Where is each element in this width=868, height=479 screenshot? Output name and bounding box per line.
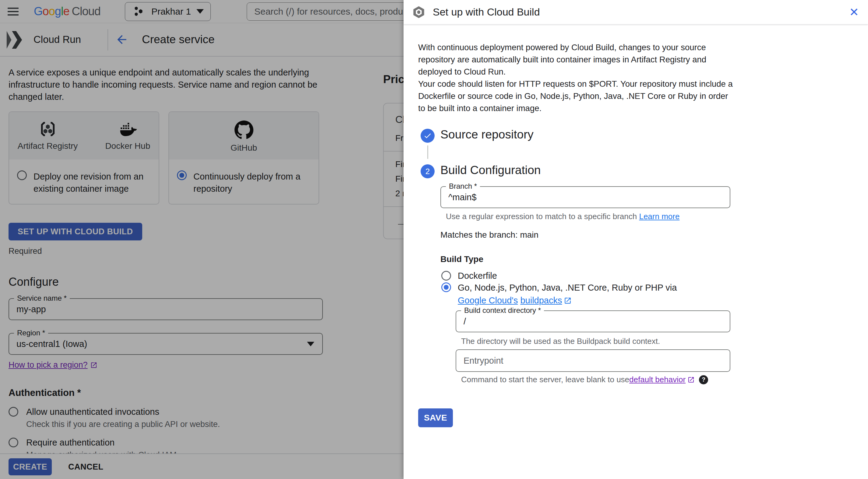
overlay-scrim[interactable] — [0, 0, 404, 479]
panel-header: Set up with Cloud Build ✕ — [404, 0, 868, 24]
build-type-heading: Build Type — [440, 254, 483, 264]
build-context-label: Build context directory * — [461, 306, 544, 315]
default-behavior-link[interactable]: default behavior — [629, 375, 686, 384]
save-button[interactable]: SAVE — [418, 408, 453, 427]
branch-helper: Use a regular expression to match to a s… — [446, 212, 680, 221]
entrypoint-field — [456, 349, 730, 372]
step1-title[interactable]: Source repository — [440, 128, 534, 141]
step1-check-circle — [421, 129, 435, 143]
build-context-helper: The directory will be used as the Buildp… — [461, 337, 660, 346]
radio-dockerfile[interactable] — [441, 271, 451, 281]
entrypoint-helper: Command to start the server, leave blank… — [461, 375, 708, 384]
app-root: GoogleCloud Prakhar 1 Cloud Run Create s… — [0, 0, 868, 479]
panel-title: Set up with Cloud Build — [433, 6, 540, 18]
step2-title: Build Configuration — [440, 163, 541, 177]
step-connector — [427, 145, 428, 159]
external-link-icon — [687, 376, 695, 383]
check-icon — [423, 132, 432, 140]
help-icon[interactable]: ? — [699, 375, 708, 384]
radio-buildpacks[interactable] — [441, 282, 451, 292]
buildpacks-option-text: Go, Node.js, Python, Java, .NET Core, Ru… — [458, 283, 677, 293]
buildpacks-link[interactable]: buildpacks — [520, 296, 562, 305]
option-label: Go, Node.js, Python, Java, .NET Core, Ru… — [458, 281, 706, 307]
panel-intro-paragraph: With continuous deployment powered by Cl… — [418, 41, 735, 78]
panel-body: With continuous deployment powered by Cl… — [404, 24, 868, 479]
close-icon[interactable]: ✕ — [849, 6, 859, 18]
cloud-build-icon — [412, 5, 426, 19]
panel-intro: With continuous deployment powered by Cl… — [418, 41, 735, 114]
option-label: Dockerfile — [458, 270, 497, 282]
branch-label: Branch * — [446, 182, 480, 191]
build-type-buildpacks[interactable]: Go, Node.js, Python, Java, .NET Core, Ru… — [441, 281, 706, 307]
branch-helper-text: Use a regular expression to match to a s… — [446, 212, 637, 221]
google-clouds-link[interactable]: Google Cloud's — [458, 296, 518, 305]
external-link-icon — [564, 297, 572, 305]
panel-intro-paragraph: Your code should listen for HTTP request… — [418, 78, 735, 114]
entrypoint-input[interactable] — [456, 350, 730, 371]
learn-more-link[interactable]: Learn more — [639, 212, 680, 221]
branch-field: Branch * — [440, 186, 730, 208]
entrypoint-helper-text: Command to start the server, leave blank… — [461, 375, 629, 384]
build-type-dockerfile[interactable]: Dockerfile — [441, 270, 497, 282]
step2-number-circle: 2 — [421, 164, 435, 178]
cloud-build-panel: Set up with Cloud Build ✕ With continuou… — [404, 0, 868, 479]
branch-input[interactable] — [441, 187, 730, 208]
build-context-field: Build context directory * — [456, 310, 730, 332]
branch-match-note: Matches the branch: main — [440, 230, 538, 240]
